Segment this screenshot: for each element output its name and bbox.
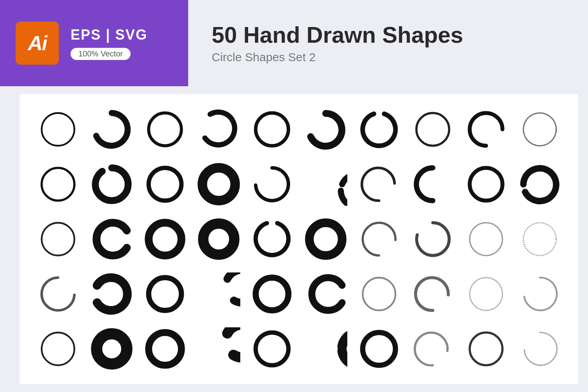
svg-point-8 [470,168,503,201]
circle-shape-18 [411,163,454,206]
circle-shape-2 [90,108,133,151]
circle-shape-26 [304,218,347,261]
svg-point-1 [149,113,181,146]
header-left: Ai EPS | SVG 100% Vector [0,0,188,86]
circle-shape-40 [518,272,561,316]
circle-shape-34 [197,272,240,316]
circle-shape-4 [197,108,240,151]
circle-shape-39 [465,272,508,316]
header-left-text: EPS | SVG 100% Vector [71,27,147,60]
circle-shape-14 [197,163,240,206]
circle-shape-11 [36,163,80,206]
svg-point-10 [149,223,181,256]
svg-point-16 [256,278,289,310]
svg-point-12 [309,223,342,256]
main-title: 50 Hand Drawn Shapes [212,22,564,47]
shapes-row-2 [31,163,566,206]
circle-shape-42 [90,327,133,370]
circle-shape-50 [518,327,561,370]
svg-point-4 [523,113,556,146]
circle-shape-16 [304,163,347,206]
circle-shape-29 [465,218,508,261]
circle-shape-9 [465,108,508,151]
svg-point-5 [42,168,74,201]
circle-shape-43 [143,327,187,370]
ai-logo-icon: Ai [16,22,59,65]
circle-shape-45 [250,327,294,370]
page: Ai EPS | SVG 100% Vector 50 Hand Drawn S… [0,0,588,392]
circle-shape-3 [143,108,187,151]
circle-shape-36 [304,272,347,316]
format-label: EPS | SVG [71,27,147,43]
svg-point-6 [149,168,181,201]
circle-shape-1 [36,108,80,151]
svg-point-7 [202,168,235,201]
content [0,86,588,392]
circle-shape-47 [358,327,401,370]
circle-shape-33 [143,272,187,316]
circle-shape-46 [304,327,347,370]
svg-point-0 [42,113,74,146]
circle-shape-6 [304,108,347,151]
circle-shape-41 [36,327,80,370]
shapes-row-3 [31,218,566,261]
circle-shape-23 [143,218,187,261]
circle-shape-20 [518,163,561,206]
circle-shape-38 [411,272,454,316]
svg-point-2 [256,113,289,146]
circle-shape-31 [36,272,80,316]
circle-shape-30 [518,218,561,261]
svg-point-13 [470,223,503,256]
circle-shape-24 [197,218,240,261]
circle-shape-10 [518,108,561,151]
shapes-row-4 [31,272,566,316]
circle-shape-13 [143,163,187,206]
svg-point-9 [42,223,74,256]
circle-shape-15 [250,163,294,206]
circle-shape-44 [197,327,240,370]
circle-shape-8 [411,108,454,151]
circle-shape-21 [36,218,80,261]
circle-shape-25 [250,218,294,261]
vector-badge: 100% Vector [71,48,131,60]
header-right: 50 Hand Drawn Shapes Circle Shapes Set 2 [188,0,588,86]
header: Ai EPS | SVG 100% Vector 50 Hand Drawn S… [0,0,588,86]
circle-shape-48 [411,327,454,370]
svg-point-15 [149,278,181,310]
circle-shape-49 [465,327,508,370]
shapes-panel [20,94,578,384]
circle-shape-22 [90,218,133,261]
svg-point-11 [203,223,234,254]
circle-shape-19 [465,163,508,206]
circle-shape-32 [90,272,133,316]
circle-shape-35 [250,272,294,316]
shapes-row-5 [31,327,566,370]
circle-shape-7 [358,108,401,151]
circle-shape-5 [250,108,294,151]
svg-point-23 [363,332,396,365]
sub-title: Circle Shapes Set 2 [212,51,564,64]
circle-shape-27 [358,218,401,261]
svg-point-18 [470,278,503,310]
svg-point-21 [149,332,181,365]
svg-point-3 [416,113,449,146]
circle-shape-12 [90,163,133,206]
svg-point-20 [96,334,127,364]
svg-point-19 [42,332,74,365]
circle-shape-17 [358,163,401,206]
circle-shape-37 [358,272,401,316]
svg-point-14 [523,223,556,256]
shapes-row-1 [31,108,566,151]
svg-point-17 [363,278,396,310]
ai-logo-text: Ai [28,31,47,55]
circle-shape-28 [411,218,454,261]
svg-point-24 [470,332,503,365]
svg-point-22 [256,332,289,365]
